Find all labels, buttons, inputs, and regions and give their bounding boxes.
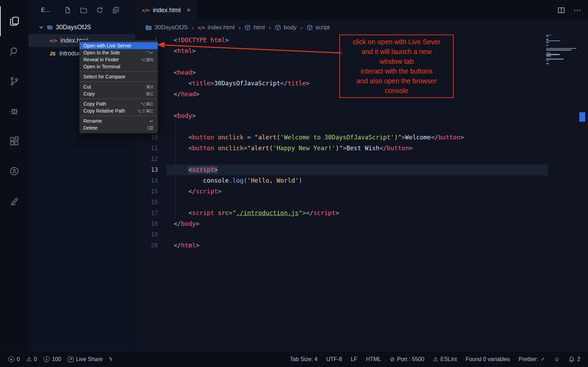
code-text: [166, 121, 548, 132]
code-line-20[interactable]: 20</html>: [135, 240, 548, 251]
code-text: console.log('Hello, World'): [166, 175, 548, 186]
status-item-flash-icon[interactable]: ϟ: [109, 356, 112, 362]
minimap-line: [546, 55, 551, 56]
new-file-button[interactable]: [64, 6, 71, 14]
code-line-15[interactable]: 15 </script>: [135, 186, 548, 197]
chevron-right-icon: ›: [269, 24, 271, 31]
code-text: <button onclick="alert('Happy New Year!'…: [166, 143, 548, 154]
refresh-icon[interactable]: [96, 6, 104, 14]
status-item-found-0-variables[interactable]: Found 0 variables: [466, 356, 510, 362]
live-share-button[interactable]: [0, 156, 29, 186]
line-number[interactable]: 10: [135, 132, 166, 143]
breadcrumb-item-script[interactable]: script: [307, 24, 330, 31]
line-number[interactable]: 15: [135, 186, 166, 197]
breadcrumb-item-body[interactable]: body: [275, 24, 297, 31]
line-number[interactable]: 19: [135, 229, 166, 240]
menu-item-cut[interactable]: Cut⌘X: [80, 83, 158, 90]
tree-root-folder[interactable]: 30DaysOfJS: [29, 20, 135, 34]
status-item-live-share[interactable]: ↗Live Share: [68, 356, 103, 362]
annotation-line: console: [342, 86, 451, 95]
code-line-18[interactable]: 18</body>: [135, 219, 548, 229]
status-item-lf[interactable]: LF: [351, 356, 357, 362]
menu-separator: [80, 82, 157, 82]
status-item-0[interactable]: ×0: [8, 356, 20, 362]
line-number[interactable]: 12: [135, 154, 166, 165]
breadcrumb-item-html[interactable]: html: [244, 24, 265, 31]
more-actions-icon[interactable]: ⋯: [573, 6, 582, 15]
status-item-port-5500[interactable]: ⊘Port : 5500: [390, 356, 424, 362]
status-item-0[interactable]: ⚠0: [27, 356, 37, 362]
search-button[interactable]: [0, 36, 29, 66]
menu-item-label: Copy Relative Path: [83, 108, 125, 114]
code-line-13[interactable]: 13 <script>: [135, 165, 548, 175]
code-line-17[interactable]: 17 <script src="./introduction.js"></scr…: [135, 208, 548, 219]
run-debug-button[interactable]: [0, 96, 29, 126]
folder-icon: [47, 24, 53, 30]
close-icon[interactable]: ×: [187, 6, 190, 14]
status-item-label: ESLint: [440, 356, 457, 362]
menu-item-label: Select for Compare: [83, 74, 126, 79]
status-item-eslint[interactable]: ⚠ESLint: [433, 356, 457, 362]
code-text: [166, 197, 548, 208]
split-editor-icon[interactable]: [558, 7, 565, 14]
menu-item-open-in-terminal[interactable]: Open in Terminal: [80, 63, 158, 70]
code-line-16[interactable]: 16: [135, 197, 548, 208]
code-line-11[interactable]: 11 <button onclick="alert('Happy New Yea…: [135, 143, 548, 154]
html-file-icon: </>: [142, 8, 149, 13]
menu-item-shortcut: ↵: [150, 118, 153, 124]
collapse-folders-icon[interactable]: [112, 6, 120, 14]
minimap[interactable]: [546, 34, 578, 65]
code-line-10[interactable]: 10 <button onclick = "alert('Welcome to …: [135, 132, 548, 143]
code-line-12[interactable]: 12: [135, 154, 548, 165]
breadcrumb-item-folder[interactable]: 30DaysOfJS: [145, 24, 188, 31]
code-line-19[interactable]: 19: [135, 229, 548, 240]
flash-icon: ϟ: [109, 356, 112, 362]
menu-item-copy-relative-path[interactable]: Copy Relative Path⌥⇧⌘C: [80, 107, 158, 114]
error-icon: ×: [8, 356, 14, 362]
cube-icon: [307, 24, 313, 31]
menu-item-label: Open to the Side: [83, 50, 120, 55]
scrollbar-marker[interactable]: [579, 112, 585, 122]
source-control-button[interactable]: [0, 66, 29, 96]
line-number[interactable]: 14: [135, 175, 166, 186]
menu-item-label: Reveal in Finder: [83, 57, 119, 62]
menu-item-reveal-in-finder[interactable]: Reveal in Finder⌥⌘R: [80, 56, 158, 63]
menu-item-shortcut: ⌘X: [146, 84, 153, 90]
pen-icon: [9, 196, 20, 206]
new-folder-button[interactable]: [80, 6, 88, 14]
status-item-tab-size-4[interactable]: Tab Size: 4: [290, 356, 317, 362]
code-line-8[interactable]: 8<body>: [135, 110, 548, 121]
code-line-14[interactable]: 14 console.log('Hello, World'): [135, 175, 548, 186]
code-line-7[interactable]: 7: [135, 100, 548, 110]
menu-item-open-with-live-server[interactable]: Open with Live Server: [80, 42, 158, 49]
code-line-9[interactable]: 9: [135, 121, 548, 132]
explorer-button[interactable]: [0, 6, 29, 36]
edit-session-button[interactable]: [0, 186, 29, 216]
line-number[interactable]: 11: [135, 143, 166, 154]
menu-item-label: Open with Live Server: [83, 43, 131, 48]
menu-item-open-to-the-side[interactable]: Open to the Side⌃↵: [80, 49, 158, 56]
status-item-prettier[interactable]: Prettier:✓: [519, 356, 545, 362]
status-item-2[interactable]: 2: [568, 356, 580, 362]
status-item-100[interactable]: i100: [44, 356, 61, 362]
line-number[interactable]: 17: [135, 208, 166, 219]
code-text: </script>: [166, 186, 548, 197]
menu-item-delete[interactable]: Delete⌫: [80, 124, 158, 131]
status-item-utf-8[interactable]: UTF-8: [326, 356, 342, 362]
minimap-line: [546, 48, 576, 49]
status-item-html[interactable]: HTML: [366, 356, 381, 362]
menu-item-select-for-compare[interactable]: Select for Compare: [80, 73, 158, 80]
live-share-icon: ↗: [68, 357, 74, 362]
menu-item-copy-path[interactable]: Copy Path⌥⌘C: [80, 100, 158, 107]
line-number[interactable]: 20: [135, 240, 166, 251]
status-item-smiley-icon[interactable]: ☺: [554, 356, 560, 362]
menu-item-rename[interactable]: Rename↵: [80, 117, 158, 124]
line-number[interactable]: 13: [135, 165, 166, 175]
tab-index-html[interactable]: </> index.html ×: [135, 0, 197, 20]
menu-item-copy[interactable]: Copy⌘C: [80, 90, 158, 97]
extensions-button[interactable]: [0, 126, 29, 156]
line-number[interactable]: 18: [135, 219, 166, 229]
minimap-line: [546, 42, 549, 43]
breadcrumb-item-file[interactable]: </> index.html: [198, 24, 235, 31]
line-number[interactable]: 16: [135, 197, 166, 208]
